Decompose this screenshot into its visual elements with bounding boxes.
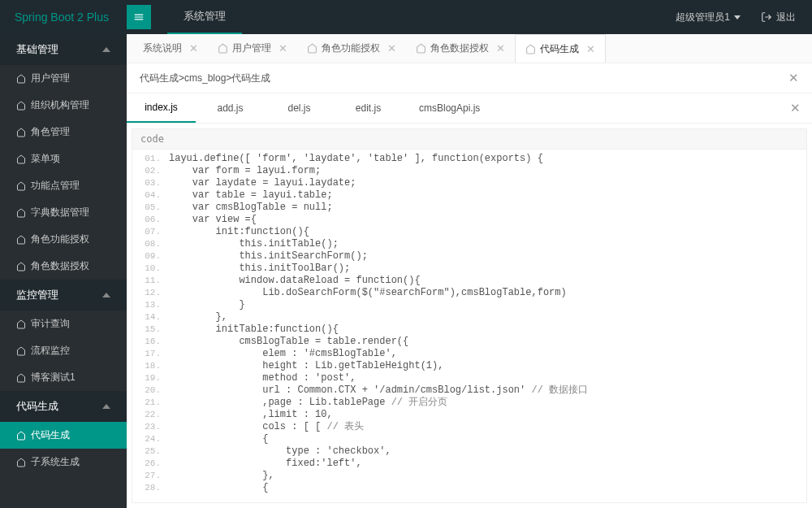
breadcrumb-bar: 代码生成>cms_blog>代码生成 ✕ xyxy=(127,63,812,93)
code-line: 25. type : 'checkbox', xyxy=(132,445,806,458)
code-line: 22. ,limit : 10, xyxy=(132,409,806,421)
home-icon xyxy=(16,74,26,84)
home-icon xyxy=(525,44,536,54)
tab-close-icon[interactable]: ✕ xyxy=(586,43,595,55)
line-number: 26. xyxy=(132,458,169,470)
sidebar-item[interactable]: 角色功能授权 xyxy=(0,226,127,253)
tab-close-icon[interactable]: ✕ xyxy=(387,42,396,54)
page-tab[interactable]: 用户管理✕ xyxy=(208,34,297,63)
sidebar-item[interactable]: 字典数据管理 xyxy=(0,199,127,226)
code-text: this.initTable(); xyxy=(169,238,806,250)
tab-label: 角色数据授权 xyxy=(430,41,489,55)
sidebar-group-basic[interactable]: 基础管理 xyxy=(0,34,127,65)
file-tab[interactable]: del.js xyxy=(265,94,334,122)
tab-close-icon[interactable]: ✕ xyxy=(189,42,198,54)
line-number: 07. xyxy=(132,226,169,238)
line-number: 13. xyxy=(132,299,169,311)
file-tab[interactable]: edit.js xyxy=(334,94,403,122)
code-text: { xyxy=(169,433,806,445)
page-tab[interactable]: 角色功能授权✕ xyxy=(297,34,406,63)
code-line: 10. this.initToolBar(); xyxy=(132,263,806,275)
content-area: 系统说明✕用户管理✕角色功能授权✕角色数据授权✕代码生成✕ 代码生成>cms_b… xyxy=(127,34,812,508)
logout-button[interactable]: 退出 xyxy=(761,11,796,24)
sidebar-item-label: 角色数据授权 xyxy=(31,259,89,273)
code-text: init:function(){ xyxy=(169,226,806,238)
file-tab[interactable]: index.js xyxy=(127,93,196,123)
user-menu[interactable]: 超级管理员1 xyxy=(676,11,741,24)
code-line: 02. var form = layui.form; xyxy=(132,165,806,177)
code-viewer: code 01.layui.define([ 'form', 'laydate'… xyxy=(132,128,807,503)
line-number: 27. xyxy=(132,470,169,482)
code-line: 19. method : 'post', xyxy=(132,372,806,384)
line-number: 06. xyxy=(132,214,169,226)
sidebar-item-label: 流程监控 xyxy=(31,344,70,358)
code-text: initTable:function(){ xyxy=(169,323,806,336)
line-number: 05. xyxy=(132,202,169,214)
line-number: 03. xyxy=(132,177,169,189)
code-line: 14. }, xyxy=(132,311,806,323)
code-line: 12. Lib.doSearchForm($("#searchForm"),cm… xyxy=(132,287,806,299)
line-number: 18. xyxy=(132,360,169,372)
sidebar-item[interactable]: 博客测试1 xyxy=(0,364,127,391)
chevron-down-icon xyxy=(734,15,741,20)
code-text: var laydate = layui.laydate; xyxy=(169,177,806,189)
sidebar-group-label: 监控管理 xyxy=(16,288,58,302)
line-number: 14. xyxy=(132,311,169,323)
page-tab[interactable]: 代码生成✕ xyxy=(515,34,606,63)
sidebar-item-label: 子系统生成 xyxy=(31,455,80,469)
top-nav-tab[interactable]: 系统管理 xyxy=(167,0,242,34)
page-tabs: 系统说明✕用户管理✕角色功能授权✕角色数据授权✕代码生成✕ xyxy=(127,34,812,63)
code-line: 18. height : Lib.getTableHeight(1), xyxy=(132,360,806,372)
sidebar-group-codegen[interactable]: 代码生成 xyxy=(0,391,127,422)
close-filetabs-button[interactable]: ✕ xyxy=(790,101,801,115)
sidebar-item-label: 字典数据管理 xyxy=(31,206,89,219)
logout-icon xyxy=(761,11,772,23)
tab-close-icon[interactable]: ✕ xyxy=(496,42,505,54)
line-number: 09. xyxy=(132,250,169,263)
code-text: elem : '#cmsBlogTable', xyxy=(169,348,806,360)
file-tab[interactable]: cmsBlogApi.js xyxy=(403,94,496,122)
sidebar-item[interactable]: 审计查询 xyxy=(0,310,127,337)
sidebar-item[interactable]: 菜单项 xyxy=(0,145,127,172)
line-number: 24. xyxy=(132,433,169,445)
home-icon xyxy=(16,181,26,191)
app-header: Spring Boot 2 Plus 系统管理 超级管理员1 退出 xyxy=(0,0,812,34)
code-line: 03. var laydate = layui.laydate; xyxy=(132,177,806,189)
page-tab[interactable]: 角色数据授权✕ xyxy=(406,34,515,63)
tab-label: 角色功能授权 xyxy=(322,41,380,55)
file-tab[interactable]: add.js xyxy=(196,94,265,122)
code-line: 28. { xyxy=(132,482,806,494)
code-text: Lib.doSearchForm($("#searchForm"),cmsBlo… xyxy=(169,287,806,299)
sidebar-group-monitor[interactable]: 监控管理 xyxy=(0,280,127,310)
sidebar-item[interactable]: 组织机构管理 xyxy=(0,92,127,119)
sidebar-item[interactable]: 代码生成 xyxy=(0,422,127,449)
tab-close-icon[interactable]: ✕ xyxy=(279,42,287,54)
tab-label: 系统说明 xyxy=(143,41,182,55)
code-text: type : 'checkbox', xyxy=(169,445,806,458)
code-text: layui.define([ 'form', 'laydate', 'table… xyxy=(169,153,806,165)
code-text: ,page : Lib.tablePage // 开启分页 xyxy=(169,397,806,409)
page-tab[interactable]: 系统说明✕ xyxy=(133,34,208,63)
collapse-icon xyxy=(102,293,110,297)
tab-label: 用户管理 xyxy=(232,41,271,55)
code-line: 26. fixed:'left', xyxy=(132,458,806,470)
code-header: code xyxy=(132,129,806,150)
sidebar-toggle-button[interactable] xyxy=(127,5,151,29)
sidebar-item[interactable]: 子系统生成 xyxy=(0,449,127,475)
sidebar-item[interactable]: 功能点管理 xyxy=(0,172,127,199)
file-tabs: index.jsadd.jsdel.jsedit.jscmsBlogApi.js… xyxy=(127,93,812,124)
sidebar-item[interactable]: 流程监控 xyxy=(0,337,127,364)
close-panel-button[interactable]: ✕ xyxy=(788,71,799,85)
code-line: 23. cols : [ [ // 表头 xyxy=(132,421,806,433)
sidebar-item-label: 功能点管理 xyxy=(31,179,80,193)
code-text: } xyxy=(169,299,806,311)
line-number: 04. xyxy=(132,189,169,202)
home-icon xyxy=(307,43,317,54)
sidebar-item[interactable]: 角色数据授权 xyxy=(0,253,127,280)
line-number: 02. xyxy=(132,165,169,177)
home-icon xyxy=(218,43,228,54)
sidebar-item[interactable]: 角色管理 xyxy=(0,119,127,145)
home-icon xyxy=(16,262,26,271)
code-text: height : Lib.getTableHeight(1), xyxy=(169,360,806,372)
sidebar-item[interactable]: 用户管理 xyxy=(0,65,127,92)
